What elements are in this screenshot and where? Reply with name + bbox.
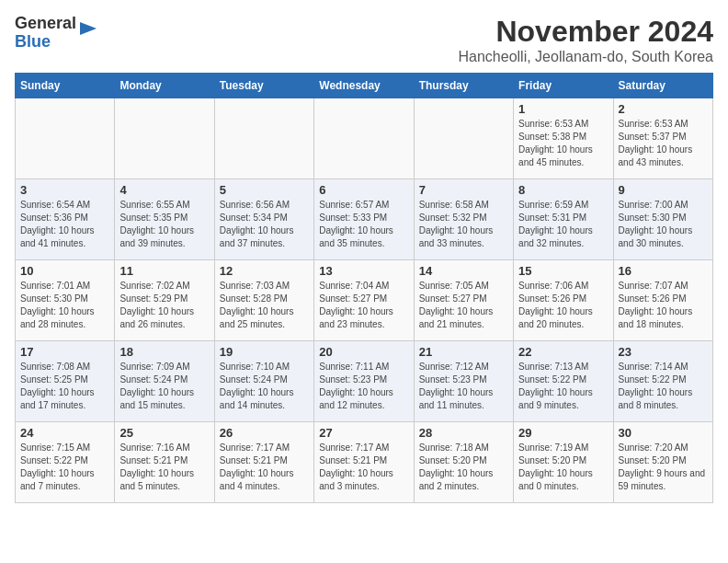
week-row-4: 17Sunrise: 7:08 AM Sunset: 5:25 PM Dayli…	[16, 341, 713, 422]
day-info: Sunrise: 6:54 AM Sunset: 5:36 PM Dayligh…	[20, 199, 109, 250]
day-info: Sunrise: 7:15 AM Sunset: 5:22 PM Dayligh…	[20, 442, 109, 493]
weekday-header-monday: Monday	[115, 74, 214, 98]
day-info: Sunrise: 7:17 AM Sunset: 5:21 PM Dayligh…	[319, 442, 408, 493]
day-info: Sunrise: 7:09 AM Sunset: 5:24 PM Dayligh…	[119, 361, 209, 412]
calendar-cell: 7Sunrise: 6:58 AM Sunset: 5:32 PM Daylig…	[414, 179, 513, 260]
calendar-cell	[314, 98, 414, 179]
calendar-cell: 12Sunrise: 7:03 AM Sunset: 5:28 PM Dayli…	[214, 260, 313, 341]
day-info: Sunrise: 7:05 AM Sunset: 5:27 PM Dayligh…	[419, 280, 508, 331]
calendar-cell: 11Sunrise: 7:02 AM Sunset: 5:29 PM Dayli…	[115, 260, 214, 341]
weekday-header-tuesday: Tuesday	[214, 74, 313, 98]
day-info: Sunrise: 7:14 AM Sunset: 5:22 PM Dayligh…	[619, 361, 708, 412]
day-number: 29	[518, 426, 608, 440]
page-header: General Blue November 2024 Hancheolli, J…	[15, 15, 713, 65]
calendar-cell	[414, 98, 513, 179]
day-info: Sunrise: 7:06 AM Sunset: 5:26 PM Dayligh…	[518, 280, 608, 331]
calendar-cell: 1Sunrise: 6:53 AM Sunset: 5:38 PM Daylig…	[514, 98, 613, 179]
logo-text: General Blue	[15, 15, 76, 52]
day-number: 15	[518, 264, 608, 278]
calendar-cell: 25Sunrise: 7:16 AM Sunset: 5:21 PM Dayli…	[115, 422, 214, 503]
calendar-table: SundayMondayTuesdayWednesdayThursdayFrid…	[15, 73, 713, 503]
day-number: 5	[220, 183, 309, 197]
day-info: Sunrise: 6:53 AM Sunset: 5:37 PM Dayligh…	[619, 118, 708, 169]
day-info: Sunrise: 7:17 AM Sunset: 5:21 PM Dayligh…	[220, 442, 309, 493]
calendar-cell: 6Sunrise: 6:57 AM Sunset: 5:33 PM Daylig…	[314, 179, 414, 260]
day-number: 2	[619, 102, 708, 116]
calendar-cell: 16Sunrise: 7:07 AM Sunset: 5:26 PM Dayli…	[613, 260, 712, 341]
day-number: 17	[20, 345, 109, 359]
day-info: Sunrise: 6:57 AM Sunset: 5:33 PM Dayligh…	[319, 199, 408, 250]
day-info: Sunrise: 7:18 AM Sunset: 5:20 PM Dayligh…	[419, 442, 508, 493]
calendar-cell: 19Sunrise: 7:10 AM Sunset: 5:24 PM Dayli…	[214, 341, 313, 422]
day-number: 30	[619, 426, 708, 440]
day-info: Sunrise: 7:03 AM Sunset: 5:28 PM Dayligh…	[220, 280, 309, 331]
calendar-cell	[214, 98, 313, 179]
calendar-body: 1Sunrise: 6:53 AM Sunset: 5:38 PM Daylig…	[16, 98, 713, 503]
day-info: Sunrise: 7:19 AM Sunset: 5:20 PM Dayligh…	[518, 442, 608, 493]
day-number: 28	[419, 426, 508, 440]
calendar-cell: 10Sunrise: 7:01 AM Sunset: 5:30 PM Dayli…	[16, 260, 115, 341]
day-number: 22	[518, 345, 608, 359]
day-number: 9	[619, 183, 708, 197]
day-info: Sunrise: 7:11 AM Sunset: 5:23 PM Dayligh…	[319, 361, 408, 412]
day-number: 19	[220, 345, 309, 359]
day-number: 10	[20, 264, 109, 278]
day-number: 18	[119, 345, 209, 359]
day-number: 14	[419, 264, 508, 278]
svg-marker-0	[80, 22, 97, 35]
day-number: 20	[319, 345, 408, 359]
day-number: 27	[319, 426, 408, 440]
calendar-cell: 21Sunrise: 7:12 AM Sunset: 5:23 PM Dayli…	[414, 341, 513, 422]
weekday-header-sunday: Sunday	[16, 74, 115, 98]
week-row-5: 24Sunrise: 7:15 AM Sunset: 5:22 PM Dayli…	[16, 422, 713, 503]
calendar-cell	[115, 98, 214, 179]
calendar-cell: 5Sunrise: 6:56 AM Sunset: 5:34 PM Daylig…	[214, 179, 313, 260]
calendar-cell: 29Sunrise: 7:19 AM Sunset: 5:20 PM Dayli…	[514, 422, 613, 503]
calendar-cell: 17Sunrise: 7:08 AM Sunset: 5:25 PM Dayli…	[16, 341, 115, 422]
day-info: Sunrise: 6:58 AM Sunset: 5:32 PM Dayligh…	[419, 199, 508, 250]
day-number: 11	[119, 264, 209, 278]
day-number: 21	[419, 345, 508, 359]
calendar-cell: 9Sunrise: 7:00 AM Sunset: 5:30 PM Daylig…	[613, 179, 712, 260]
calendar-cell	[16, 98, 115, 179]
day-number: 23	[619, 345, 708, 359]
page-subtitle: Hancheolli, Jeollanam-do, South Korea	[459, 49, 714, 65]
calendar-cell: 24Sunrise: 7:15 AM Sunset: 5:22 PM Dayli…	[16, 422, 115, 503]
day-number: 7	[419, 183, 508, 197]
calendar-cell: 3Sunrise: 6:54 AM Sunset: 5:36 PM Daylig…	[16, 179, 115, 260]
weekday-header-row: SundayMondayTuesdayWednesdayThursdayFrid…	[16, 74, 713, 98]
day-number: 4	[119, 183, 209, 197]
week-row-3: 10Sunrise: 7:01 AM Sunset: 5:30 PM Dayli…	[16, 260, 713, 341]
day-info: Sunrise: 7:08 AM Sunset: 5:25 PM Dayligh…	[20, 361, 109, 412]
day-number: 26	[220, 426, 309, 440]
day-info: Sunrise: 6:59 AM Sunset: 5:31 PM Dayligh…	[518, 199, 608, 250]
week-row-1: 1Sunrise: 6:53 AM Sunset: 5:38 PM Daylig…	[16, 98, 713, 179]
page-title: November 2024	[459, 15, 714, 49]
day-number: 8	[518, 183, 608, 197]
calendar-cell: 15Sunrise: 7:06 AM Sunset: 5:26 PM Dayli…	[514, 260, 613, 341]
calendar-cell: 8Sunrise: 6:59 AM Sunset: 5:31 PM Daylig…	[514, 179, 613, 260]
day-info: Sunrise: 6:53 AM Sunset: 5:38 PM Dayligh…	[518, 118, 608, 169]
week-row-2: 3Sunrise: 6:54 AM Sunset: 5:36 PM Daylig…	[16, 179, 713, 260]
day-info: Sunrise: 7:20 AM Sunset: 5:20 PM Dayligh…	[619, 442, 708, 493]
calendar-cell: 28Sunrise: 7:18 AM Sunset: 5:20 PM Dayli…	[414, 422, 513, 503]
day-info: Sunrise: 6:55 AM Sunset: 5:35 PM Dayligh…	[119, 199, 209, 250]
day-info: Sunrise: 7:10 AM Sunset: 5:24 PM Dayligh…	[220, 361, 309, 412]
weekday-header-friday: Friday	[514, 74, 613, 98]
day-info: Sunrise: 7:02 AM Sunset: 5:29 PM Dayligh…	[119, 280, 209, 331]
day-number: 6	[319, 183, 408, 197]
calendar-cell: 23Sunrise: 7:14 AM Sunset: 5:22 PM Dayli…	[613, 341, 712, 422]
day-info: Sunrise: 6:56 AM Sunset: 5:34 PM Dayligh…	[220, 199, 309, 250]
logo-arrow-icon	[78, 18, 98, 39]
day-number: 25	[119, 426, 209, 440]
day-number: 16	[619, 264, 708, 278]
calendar-cell: 18Sunrise: 7:09 AM Sunset: 5:24 PM Dayli…	[115, 341, 214, 422]
calendar-cell: 4Sunrise: 6:55 AM Sunset: 5:35 PM Daylig…	[115, 179, 214, 260]
logo: General Blue	[15, 15, 98, 52]
calendar-cell: 13Sunrise: 7:04 AM Sunset: 5:27 PM Dayli…	[314, 260, 414, 341]
weekday-header-wednesday: Wednesday	[314, 74, 414, 98]
day-number: 13	[319, 264, 408, 278]
day-number: 3	[20, 183, 109, 197]
weekday-header-thursday: Thursday	[414, 74, 513, 98]
day-info: Sunrise: 7:13 AM Sunset: 5:22 PM Dayligh…	[518, 361, 608, 412]
